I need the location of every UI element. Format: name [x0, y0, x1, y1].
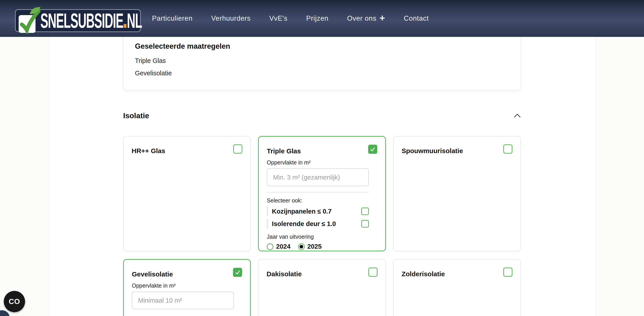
card-hr-glas[interactable]: HR++ Glas — [123, 136, 251, 251]
card-dakisolatie-checkbox[interactable] — [368, 268, 378, 277]
main-content: Geselecteerde maatregelen Triple Glas Ge… — [0, 0, 644, 316]
collapse-section-button[interactable] — [510, 111, 521, 120]
site-logo[interactable]: SNELSUBSIDIENL — [15, 9, 141, 32]
card-hr-glas-checkbox[interactable] — [233, 144, 242, 153]
radio-2025[interactable] — [298, 243, 305, 250]
cookie-consent-button[interactable]: CO — [4, 291, 25, 312]
chevron-up-icon — [514, 113, 521, 118]
card-zolderisolatie-title: Zolderisolatie — [402, 270, 445, 278]
logo-check-icon — [17, 5, 42, 34]
isolatie-section-title: Isolatie — [123, 111, 149, 120]
logo-text: SNELSUBSIDIENL — [40, 10, 142, 32]
card-triple-glas-checkbox[interactable] — [368, 145, 377, 154]
radio-selected-dot — [300, 245, 303, 248]
card-gevelisolatie[interactable]: Gevelisolatie Oppervlakte in m² Jaar van… — [123, 259, 251, 316]
sub-option-kozijnpanelen-checkbox[interactable] — [361, 208, 369, 215]
selected-measure-item: Triple Glas — [135, 57, 509, 64]
sub-option-indent-bar — [267, 219, 268, 229]
radio-2025-label[interactable]: 2025 — [307, 243, 322, 250]
card-gevelisolatie-title: Gevelisolatie — [132, 270, 173, 278]
card-zolderisolatie[interactable]: Zolderisolatie — [393, 259, 521, 316]
check-icon — [235, 270, 240, 275]
card-spouwmuurisolatie-title: Spouwmuurisolatie — [402, 147, 463, 155]
nav-item-contact[interactable]: Contact — [404, 15, 429, 23]
nav-menu: Particulieren Verhuurders VvE's Prijzen … — [152, 0, 429, 37]
surface-label: Oppervlakte in m² — [267, 159, 377, 166]
nav-item-over-ons-label: Over ons — [347, 15, 376, 23]
cookie-consent-label: CO — [9, 297, 20, 306]
year-label: Jaar van uitvoering — [267, 234, 377, 240]
sub-option-isolerende-deur: Isolerende deur ≤ 1.0 — [267, 219, 377, 229]
sub-option-indent-bar — [267, 206, 268, 216]
measures-grid: HR++ Glas Triple Glas Oppervlakte in m² … — [123, 136, 521, 316]
selected-measures-title: Geselecteerde maatregelen — [135, 42, 509, 50]
card-spouwmuurisolatie[interactable]: Spouwmuurisolatie — [393, 136, 521, 251]
nav-item-particulieren[interactable]: Particulieren — [152, 15, 192, 23]
card-spouwmuurisolatie-checkbox[interactable] — [503, 144, 512, 153]
nav-item-vves[interactable]: VvE's — [269, 15, 288, 23]
sub-option-label: Isolerende deur ≤ 1.0 — [272, 220, 336, 228]
sub-option-isolerende-deur-checkbox[interactable] — [361, 220, 369, 228]
card-zolderisolatie-checkbox[interactable] — [503, 268, 512, 277]
card-triple-glas-title: Triple Glas — [267, 147, 301, 155]
nav-item-prijzen[interactable]: Prijzen — [306, 15, 328, 23]
surface-input-gevelisolatie[interactable] — [132, 291, 234, 309]
selected-measure-item: Gevelisolatie — [135, 70, 509, 77]
radio-2024-label[interactable]: 2024 — [276, 243, 290, 250]
isolatie-section-header: Isolatie — [123, 110, 521, 121]
surface-label: Oppervlakte in m² — [132, 282, 242, 289]
card-divider — [267, 192, 369, 193]
top-navigation: SNELSUBSIDIENL Particulieren Verhuurders… — [0, 0, 644, 37]
card-dakisolatie-title: Dakisolatie — [266, 270, 302, 278]
card-dakisolatie[interactable]: Dakisolatie — [258, 259, 386, 316]
year-radio-group: 2024 2025 — [267, 243, 377, 250]
sub-option-label: Kozijnpanelen ≤ 0.7 — [272, 208, 332, 215]
nav-item-verhuurders[interactable]: Verhuurders — [211, 15, 251, 23]
radio-2024[interactable] — [267, 243, 274, 250]
card-triple-glas[interactable]: Triple Glas Oppervlakte in m² Selecteer … — [258, 136, 386, 251]
select-also-label: Selecteer ook: — [267, 197, 377, 204]
surface-input-triple-glas[interactable] — [267, 169, 369, 186]
logo-dot — [124, 24, 126, 28]
card-gevelisolatie-checkbox[interactable] — [233, 268, 242, 277]
sub-option-kozijnpanelen: Kozijnpanelen ≤ 0.7 — [267, 206, 377, 216]
year-label: Jaar van uitvoering — [132, 315, 242, 316]
nav-item-over-ons[interactable]: Over ons + — [347, 15, 385, 23]
check-icon — [370, 146, 376, 152]
card-hr-glas-title: HR++ Glas — [132, 147, 165, 155]
